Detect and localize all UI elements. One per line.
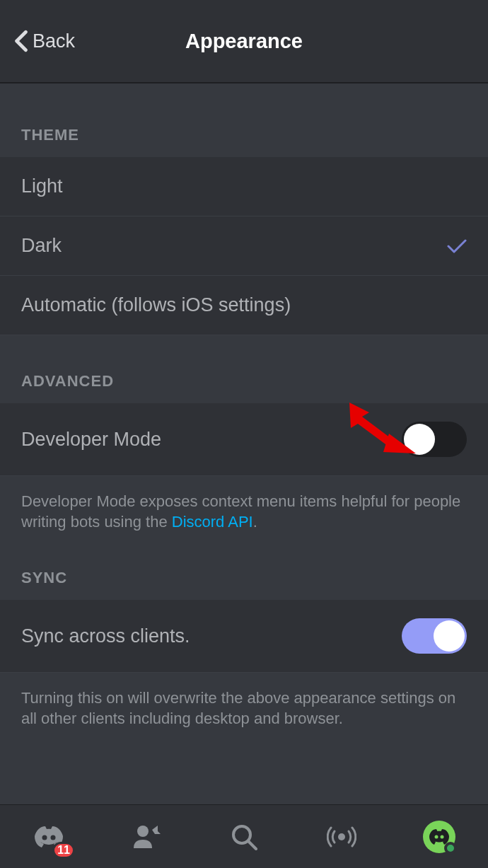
- bottom-tab-bar: 11: [0, 804, 488, 868]
- tab-search[interactable]: [226, 819, 262, 855]
- toggle-knob: [434, 620, 465, 652]
- presence-online-icon: [444, 842, 457, 855]
- svg-point-4: [137, 826, 149, 837]
- developer-mode-row[interactable]: Developer Mode: [0, 403, 488, 476]
- back-label: Back: [33, 30, 75, 52]
- svg-point-2: [42, 835, 47, 840]
- toggle-knob: [404, 424, 435, 455]
- search-icon: [231, 823, 257, 850]
- svg-point-7: [338, 833, 345, 840]
- svg-point-9: [441, 835, 444, 838]
- theme-option-automatic[interactable]: Automatic (follows iOS settings): [0, 276, 488, 335]
- section-header-sync: SYNC: [0, 532, 488, 600]
- tab-friends[interactable]: [129, 819, 164, 855]
- sync-label: Sync across clients.: [21, 625, 190, 647]
- sync-row[interactable]: Sync across clients.: [0, 600, 488, 673]
- broadcast-icon: [327, 823, 356, 850]
- back-button[interactable]: Back: [14, 30, 75, 52]
- friends-icon: [132, 824, 161, 850]
- theme-option-label: Light: [21, 175, 63, 197]
- notification-badge: 11: [52, 842, 75, 859]
- theme-option-light[interactable]: Light: [0, 157, 488, 216]
- developer-mode-label: Developer Mode: [21, 429, 161, 451]
- tab-profile[interactable]: [422, 819, 457, 855]
- section-header-theme: THEME: [0, 83, 488, 157]
- check-icon: [447, 239, 467, 253]
- tab-mentions[interactable]: [324, 819, 359, 855]
- svg-point-3: [51, 835, 56, 840]
- discord-api-link[interactable]: Discord API: [172, 513, 253, 531]
- developer-mode-toggle[interactable]: [402, 422, 467, 457]
- chevron-left-icon: [14, 30, 28, 52]
- sync-description: Turning this on will overwrite the above…: [0, 673, 488, 729]
- theme-option-dark[interactable]: Dark: [0, 216, 488, 276]
- avatar-wrap: [423, 821, 455, 853]
- desc-text-post: .: [253, 513, 257, 531]
- theme-option-label: Dark: [21, 235, 62, 257]
- tab-home[interactable]: 11: [31, 819, 66, 855]
- sync-toggle[interactable]: [402, 618, 467, 654]
- header-bar: Back Appearance: [0, 0, 488, 83]
- theme-option-label: Automatic (follows iOS settings): [21, 294, 291, 316]
- svg-line-6: [248, 841, 256, 849]
- developer-mode-description: Developer Mode exposes context menu item…: [0, 476, 488, 532]
- section-header-advanced: ADVANCED: [0, 335, 488, 403]
- svg-point-8: [435, 835, 438, 838]
- page-title: Appearance: [185, 30, 303, 53]
